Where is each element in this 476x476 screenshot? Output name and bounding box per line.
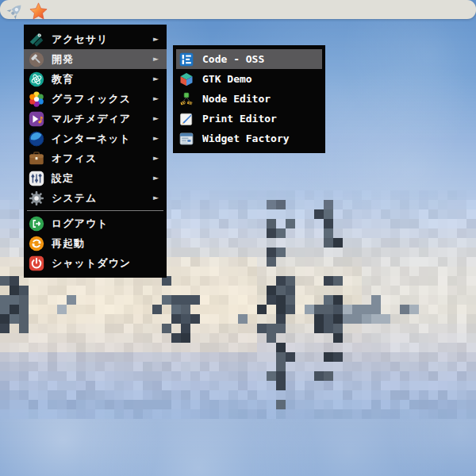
submenu-arrow-icon: ► <box>153 194 161 202</box>
submenu-item-label: Print Editor <box>202 113 277 125</box>
submenu-item-code-oss[interactable]: Code - OSS <box>176 49 322 69</box>
development-icon <box>28 51 45 68</box>
menu-item-multimedia[interactable]: マルチメディア ► <box>24 109 167 129</box>
submenu-arrow-icon: ► <box>153 135 161 142</box>
menu-item-label: システム <box>52 191 153 205</box>
menu-item-label: アクセサリ <box>52 33 153 47</box>
menu-item-accessories[interactable]: アクセサリ ► <box>24 29 167 49</box>
widget-factory-icon <box>178 131 194 147</box>
submenu-item-label: Node Editor <box>202 93 271 105</box>
submenu-item-widget-factory[interactable]: Widget Factory <box>176 129 322 148</box>
code-oss-icon <box>178 52 194 67</box>
rocket-launcher[interactable] <box>4 1 25 22</box>
submenu-item-gtk-demo[interactable]: GTK Demo <box>176 69 322 89</box>
menu-item-label: インターネット <box>52 132 153 146</box>
submenu-item-label: GTK Demo <box>202 73 252 85</box>
print-editor-icon <box>178 111 194 127</box>
app-menu: アクセサリ ► 開発 ► 教育 ► グラフィックス ► <box>24 25 167 278</box>
menu-item-label: ログアウト <box>52 217 161 231</box>
menu-item-restart[interactable]: 再起動 <box>24 233 167 253</box>
submenu-item-node-editor[interactable]: Node Editor <box>176 89 322 109</box>
submenu-arrow-icon: ► <box>153 56 161 63</box>
submenu-arrow-icon: ► <box>153 155 161 162</box>
gtk-demo-icon <box>178 71 194 87</box>
menu-item-development[interactable]: 開発 ► <box>24 49 167 69</box>
menu-item-settings[interactable]: 設定 ► <box>24 168 167 188</box>
submenu-item-print-editor[interactable]: Print Editor <box>176 109 322 129</box>
education-icon <box>28 71 45 88</box>
graphics-icon <box>28 90 45 108</box>
logout-icon <box>28 215 45 232</box>
menu-item-label: オフィス <box>52 152 153 166</box>
menu-item-label: 開発 <box>52 52 153 67</box>
menu-item-label: 教育 <box>52 72 153 86</box>
rocket-icon <box>4 1 25 22</box>
menu-item-shutdown[interactable]: シャットダウン <box>24 253 167 273</box>
submenu-item-label: Widget Factory <box>202 132 290 144</box>
menu-item-label: 設定 <box>52 171 153 186</box>
office-icon <box>28 150 45 167</box>
node-editor-icon <box>178 91 194 107</box>
star-launcher[interactable] <box>28 1 49 22</box>
taskbar <box>0 0 476 19</box>
menu-item-system[interactable]: システム ► <box>24 188 167 208</box>
menu-item-label: シャットダウン <box>52 256 161 271</box>
menu-item-label: 再起動 <box>52 236 161 251</box>
shutdown-icon <box>28 255 45 272</box>
restart-icon <box>28 235 45 252</box>
menu-item-logout[interactable]: ログアウト <box>24 213 167 233</box>
submenu-item-label: Code - OSS <box>202 53 264 65</box>
system-icon <box>28 190 45 207</box>
submenu-arrow-icon: ► <box>153 95 161 102</box>
menu-item-internet[interactable]: インターネット ► <box>24 129 167 148</box>
development-submenu: Code - OSS GTK Demo Node Editor Print Ed… <box>173 45 325 153</box>
menu-item-education[interactable]: 教育 ► <box>24 69 167 89</box>
settings-icon <box>28 170 45 187</box>
menu-separator <box>27 210 163 211</box>
submenu-arrow-icon: ► <box>153 115 161 122</box>
submenu-arrow-icon: ► <box>153 175 161 182</box>
multimedia-icon <box>28 110 45 128</box>
menu-item-graphics[interactable]: グラフィックス ► <box>24 89 167 109</box>
internet-icon <box>28 130 45 148</box>
menu-item-office[interactable]: オフィス ► <box>24 148 167 168</box>
submenu-arrow-icon: ► <box>153 36 161 43</box>
accessories-icon <box>28 31 45 48</box>
menu-item-label: マルチメディア <box>52 112 153 126</box>
star-icon <box>28 1 49 22</box>
menu-item-label: グラフィックス <box>52 92 153 106</box>
submenu-arrow-icon: ► <box>153 75 161 83</box>
